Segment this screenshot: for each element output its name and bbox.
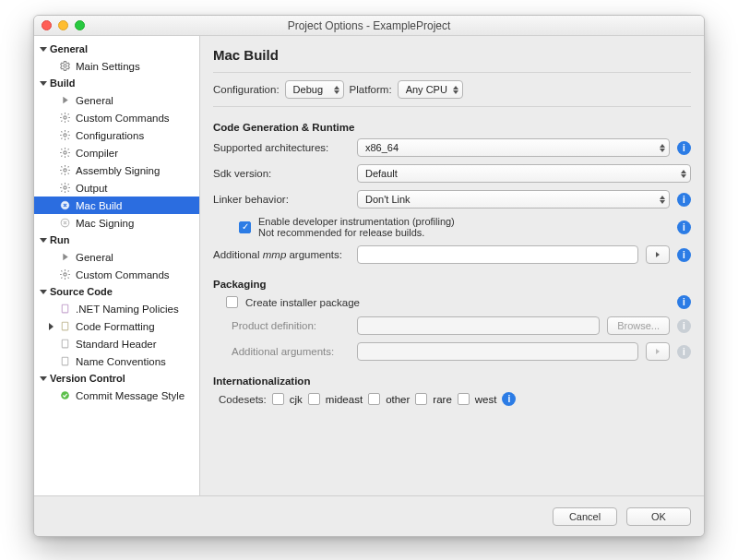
sidebar-item-mac-signing[interactable]: Mac Signing	[34, 214, 199, 232]
additional-arguments-expand-button	[646, 342, 670, 361]
codeset-rare-label: rare	[433, 394, 451, 405]
dropdown-value: x86_64	[365, 142, 399, 153]
sidebar-item-name-conventions[interactable]: Name Conventions	[34, 352, 199, 370]
sidebar-item-run-custom-commands[interactable]: Custom Commands	[34, 266, 199, 283]
sidebar-item-label: General	[76, 252, 113, 263]
ok-button[interactable]: OK	[626, 507, 691, 526]
chevron-down-icon	[40, 376, 47, 381]
doc-icon	[58, 338, 71, 351]
codeset-west-checkbox[interactable]	[458, 393, 470, 405]
updown-icon	[453, 86, 458, 94]
sidebar-item-build-general[interactable]: General	[34, 91, 199, 109]
titlebar: Project Options - ExampleProject	[34, 16, 704, 36]
configuration-dropdown[interactable]: Debug	[285, 80, 344, 99]
chevron-right-icon	[656, 349, 660, 354]
svg-point-1	[63, 116, 65, 119]
sidebar-item-label: Standard Header	[76, 339, 157, 350]
mmp-arguments-label: Additional mmp arguments:	[213, 249, 350, 260]
codeset-other-checkbox[interactable]	[368, 393, 380, 405]
sdk-version-dropdown[interactable]: Default	[357, 164, 691, 183]
info-icon: i	[677, 345, 691, 359]
gear-icon	[58, 112, 71, 125]
platform-dropdown[interactable]: Any CPU	[398, 80, 463, 99]
section-i18n-title: Internationalization	[213, 375, 691, 387]
mmp-expand-button[interactable]	[646, 245, 670, 264]
sidebar-item-main-settings[interactable]: Main Settings	[34, 57, 199, 75]
architectures-dropdown[interactable]: x86_64	[357, 138, 670, 157]
sidebar-item-commit-message-style[interactable]: Commit Message Style	[34, 387, 199, 404]
gear-icon	[58, 164, 71, 177]
sidebar-item-label: Custom Commands	[76, 113, 170, 124]
sidebar-group-version-control[interactable]: Version Control	[34, 370, 199, 387]
sidebar-item-output[interactable]: Output	[34, 179, 199, 197]
sidebar-group-label: Version Control	[50, 373, 125, 384]
sidebar-item-configurations[interactable]: Configurations	[34, 126, 199, 144]
svg-rect-9	[62, 304, 68, 313]
gear-icon	[58, 182, 71, 195]
divider	[213, 106, 691, 107]
sidebar-item-code-formatting[interactable]: Code Formatting	[34, 317, 199, 335]
gear-icon	[58, 60, 71, 73]
circle-x-icon	[58, 199, 71, 212]
gear-icon	[58, 268, 71, 281]
sidebar-item-naming-policies[interactable]: .NET Naming Policies	[34, 300, 199, 317]
product-definition-label: Product definition:	[232, 320, 350, 331]
sidebar-item-standard-header[interactable]: Standard Header	[34, 335, 199, 352]
sidebar-group-source-code[interactable]: Source Code	[34, 283, 199, 300]
linker-behavior-label: Linker behavior:	[213, 194, 350, 205]
info-icon[interactable]: i	[677, 220, 691, 234]
sidebar-item-label: Assembly Signing	[76, 165, 160, 176]
create-installer-label: Create installer package	[245, 297, 360, 308]
profiling-text: Enable developer instrumentation (profil…	[258, 216, 455, 227]
info-icon[interactable]: i	[677, 141, 691, 155]
sidebar-item-custom-commands[interactable]: Custom Commands	[34, 109, 199, 126]
sidebar-group-run[interactable]: Run	[34, 232, 199, 248]
info-icon[interactable]: i	[677, 295, 691, 309]
codeset-rare-checkbox[interactable]	[415, 393, 427, 405]
chevron-right-icon	[656, 252, 660, 257]
codeset-other-label: other	[386, 394, 410, 405]
svg-point-8	[63, 273, 65, 276]
sidebar-item-assembly-signing[interactable]: Assembly Signing	[34, 161, 199, 179]
svg-rect-11	[62, 340, 68, 348]
sidebar-item-mac-build[interactable]: Mac Build	[34, 197, 199, 214]
dropdown-value: Don't Link	[365, 194, 411, 205]
sidebar-group-label: Build	[50, 77, 76, 89]
codesets-label: Codesets:	[219, 394, 267, 405]
page-title: Mac Build	[213, 47, 691, 63]
section-packaging-title: Packaging	[213, 279, 691, 290]
sidebar-item-label: Name Conventions	[76, 356, 166, 367]
mmp-arguments-input[interactable]	[357, 245, 638, 264]
svg-point-2	[63, 134, 65, 137]
svg-rect-12	[62, 357, 68, 365]
create-installer-checkbox[interactable]	[226, 296, 238, 308]
info-icon[interactable]: i	[677, 248, 691, 262]
play-icon	[58, 94, 71, 107]
svg-point-4	[63, 169, 65, 172]
circle-x-grey-icon	[58, 217, 71, 230]
info-icon[interactable]: i	[677, 193, 691, 207]
browse-button: Browse...	[607, 316, 670, 335]
sidebar-group-label: General	[50, 43, 88, 54]
check-circle-icon	[58, 389, 71, 402]
codeset-mideast-checkbox[interactable]	[308, 393, 320, 405]
linker-behavior-dropdown[interactable]: Don't Link	[357, 190, 670, 209]
profiling-checkbox[interactable]	[239, 221, 251, 233]
sidebar-item-label: Mac Build	[76, 200, 123, 211]
svg-point-5	[63, 186, 65, 189]
sidebar-group-label: Source Code	[50, 286, 113, 297]
info-icon: i	[677, 319, 691, 333]
sidebar-item-compiler[interactable]: Compiler	[34, 144, 199, 161]
doc-icon	[58, 303, 71, 316]
play-icon	[58, 251, 71, 264]
sidebar-group-build[interactable]: Build	[34, 75, 199, 91]
svg-point-13	[61, 391, 69, 399]
info-icon[interactable]: i	[502, 392, 516, 406]
codeset-cjk-checkbox[interactable]	[272, 393, 284, 405]
cancel-button[interactable]: Cancel	[553, 507, 617, 526]
sidebar-item-label: Compiler	[76, 148, 118, 159]
sidebar-item-run-general[interactable]: General	[34, 248, 199, 266]
sidebar-group-general[interactable]: General	[34, 41, 199, 57]
updown-icon	[334, 86, 339, 94]
dropdown-value: Debug	[293, 84, 323, 95]
